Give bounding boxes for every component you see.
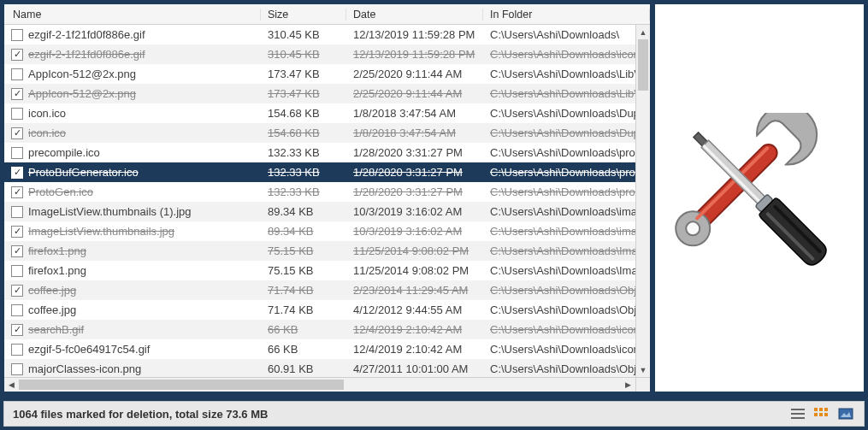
row-checkbox[interactable] [11,68,23,80]
row-checkbox[interactable] [11,245,23,257]
file-date: 12/13/2019 11:59:28 PM [353,48,475,61]
table-row[interactable]: icon.ico154.68 KB1/8/2018 3:47:54 AMC:\U… [4,103,635,123]
file-date: 4/12/2012 9:44:55 AM [353,303,462,316]
row-checkbox[interactable] [11,304,23,316]
file-name: AppIcon-512@2x.png [28,68,136,80]
row-checkbox[interactable] [11,324,23,336]
scroll-up-icon[interactable]: ▲ [636,25,650,39]
file-folder: C:\Users\Ashi\Downloads\ [490,28,619,41]
file-date: 11/25/2014 9:08:02 PM [353,244,469,257]
row-checkbox[interactable] [11,127,23,139]
status-text: 1064 files marked for deletion, total si… [13,408,268,421]
file-date: 1/8/2018 3:47:54 AM [353,107,456,120]
file-name: ImageListView.thumbnails.jpg [28,225,174,238]
row-checkbox[interactable] [11,108,23,120]
file-size: 154.68 KB [268,127,320,139]
vertical-scroll-thumb[interactable] [638,39,648,91]
file-size: 173.47 KB [268,68,320,80]
column-header-name[interactable]: Name [4,9,261,21]
file-date: 11/25/2014 9:08:02 PM [353,264,469,277]
table-row[interactable]: coffee.jpg71.74 KB4/12/2012 9:44:55 AMC:… [4,300,635,320]
view-list-button[interactable] [788,406,807,421]
file-date: 4/27/2011 10:01:00 AM [353,362,468,375]
table-row[interactable]: ezgif-2-1f21fd0f886e.gif310.45 KB12/13/2… [4,25,635,44]
table-row[interactable]: AppIcon-512@2x.png173.47 KB2/25/2020 9:1… [4,84,635,103]
row-checkbox[interactable] [11,88,23,100]
scroll-right-icon[interactable]: ▶ [621,378,635,392]
list-view-icon [790,408,806,420]
column-header-size[interactable]: Size [261,9,346,21]
file-size: 310.45 KB [268,28,320,41]
horizontal-scrollbar[interactable]: ◀ ▶ [4,377,635,392]
file-date: 1/28/2020 3:31:27 PM [353,166,463,179]
table-row[interactable]: firefox1.png75.15 KB11/25/2014 9:08:02 P… [4,241,635,261]
svg-rect-17 [819,413,823,416]
file-size: 60.91 KB [268,362,314,375]
file-folder: C:\Users\Ashi\Downloads\icons [490,48,635,61]
row-checkbox[interactable] [11,206,23,218]
file-date: 10/3/2019 3:16:02 AM [353,225,462,238]
table-row[interactable]: AppIcon-512@2x.png173.47 KB2/25/2020 9:1… [4,64,635,84]
file-folder: C:\Users\Ashi\Downloads\prot [490,146,635,159]
file-size: 89.34 KB [268,205,314,218]
file-date: 2/25/2020 9:11:44 AM [353,87,462,100]
row-checkbox[interactable] [11,265,23,277]
file-date: 12/13/2019 11:59:28 PM [353,28,475,41]
table-row[interactable]: ProtoBufGenerator.ico132.33 KB1/28/2020 … [4,162,635,182]
file-size: 132.33 KB [268,166,320,179]
file-size: 75.15 KB [268,244,314,257]
file-size: 173.47 KB [268,87,320,100]
file-folder: C:\Users\Ashi\Downloads\prot [490,166,635,179]
file-folder: C:\Users\Ashi\Downloads\Imag [490,244,635,257]
svg-rect-19 [839,409,853,419]
file-name: icon.ico [28,107,66,120]
horizontal-scroll-thumb[interactable] [19,380,344,390]
file-name: icon.ico [28,127,66,139]
file-folder: C:\Users\Ashi\Downloads\imag [490,205,635,218]
row-checkbox[interactable] [11,167,23,179]
table-row[interactable]: ImageListView.thumbnails.jpg89.34 KB10/3… [4,221,635,241]
row-checkbox[interactable] [11,186,23,198]
column-header-row: Name Size Date In Folder [4,4,650,25]
view-small-icons-button[interactable] [812,406,831,421]
row-checkbox[interactable] [11,285,23,297]
file-size: 89.34 KB [268,225,314,238]
table-row[interactable]: coffee.jpg71.74 KB2/23/2014 11:29:45 AMC… [4,280,635,300]
row-checkbox[interactable] [11,147,23,159]
table-row[interactable]: ezgif-2-1f21fd0f886e.gif310.45 KB12/13/2… [4,44,635,64]
file-name: ezgif-2-1f21fd0f886e.gif [28,28,145,41]
file-folder: C:\Users\Ashi\Downloads\Obje [490,362,635,375]
row-checkbox[interactable] [11,363,23,375]
file-size: 132.33 KB [268,186,320,198]
vertical-scrollbar[interactable]: ▲ ▼ [635,25,650,377]
table-row[interactable]: searchB.gif66 KB12/4/2019 2:10:42 AMC:\U… [4,320,635,339]
file-list-panel: Name Size Date In Folder ezgif-2-1f21fd0… [3,3,651,392]
scroll-left-icon[interactable]: ◀ [4,378,19,392]
table-row[interactable]: ProtoGen.ico132.33 KB1/28/2020 3:31:27 P… [4,182,635,202]
file-size: 132.33 KB [268,146,320,159]
file-size: 71.74 KB [268,284,314,297]
scroll-down-icon[interactable]: ▼ [636,362,650,377]
file-folder: C:\Users\Ashi\Downloads\icons [490,323,635,336]
table-row[interactable]: majorClasses-icon.png60.91 KB4/27/2011 1… [4,359,635,377]
column-header-date[interactable]: Date [346,9,483,21]
row-checkbox[interactable] [11,226,23,238]
table-row[interactable]: ImageListView.thumbnails (1).jpg89.34 KB… [4,202,635,221]
row-checkbox[interactable] [11,49,23,61]
file-size: 154.68 KB [268,107,320,120]
row-checkbox[interactable] [11,344,23,356]
table-row[interactable]: precompile.ico132.33 KB1/28/2020 3:31:27… [4,143,635,162]
table-row[interactable]: icon.ico154.68 KB1/8/2018 3:47:54 AMC:\U… [4,123,635,143]
row-checkbox[interactable] [11,29,23,41]
file-name: coffee.jpg [28,284,76,297]
table-row[interactable]: ezgif-5-fc0e64917c54.gif66 KB12/4/2019 2… [4,339,635,359]
scroll-corner [635,377,650,392]
column-header-folder[interactable]: In Folder [483,9,650,21]
view-large-icons-button[interactable] [836,406,855,421]
file-folder: C:\Users\Ashi\Downloads\prot [490,186,635,198]
file-folder: C:\Users\Ashi\Downloads\Obje [490,284,635,297]
file-folder: C:\Users\Ashi\Downloads\imag [490,225,635,238]
table-row[interactable]: firefox1.png75.15 KB11/25/2014 9:08:02 P… [4,261,635,280]
file-folder: C:\Users\Ashi\Downloads\LibV [490,87,635,100]
file-folder: C:\Users\Ashi\Downloads\Obje [490,303,635,316]
